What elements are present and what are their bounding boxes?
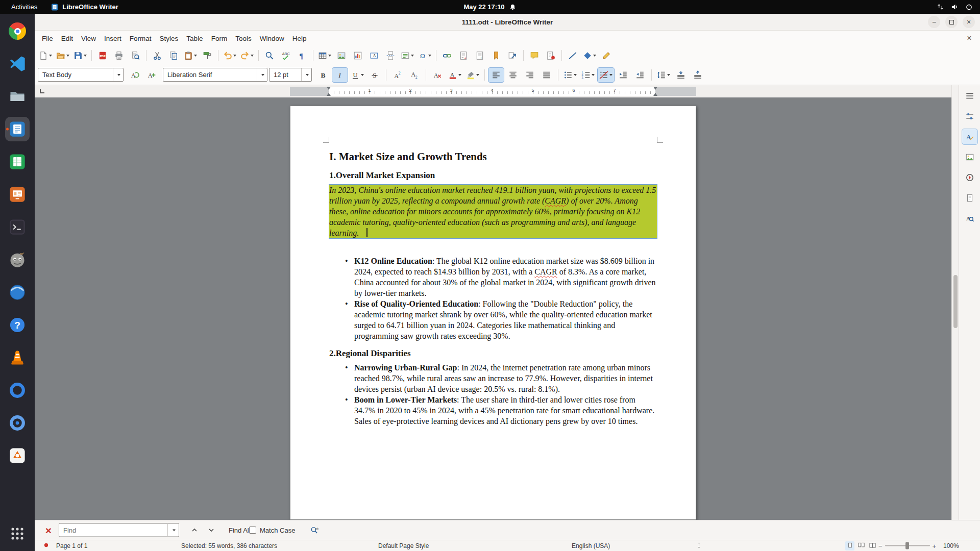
highlight-color-button[interactable]	[464, 68, 481, 82]
dock-vscode-icon[interactable]	[5, 52, 30, 76]
dock-ring-app-1-icon[interactable]	[5, 378, 30, 403]
clone-formatting-button[interactable]	[200, 48, 215, 63]
align-center-button[interactable]	[505, 68, 521, 82]
menu-file[interactable]: File	[38, 33, 57, 44]
dock-help-icon[interactable]: ?	[5, 313, 30, 337]
line-spacing-button[interactable]	[655, 68, 672, 82]
save-button[interactable]	[72, 48, 88, 63]
find-input-combo[interactable]	[59, 523, 179, 537]
menu-styles[interactable]: Styles	[156, 33, 183, 44]
menu-form[interactable]: Form	[207, 33, 232, 44]
bold-button[interactable]: B	[315, 68, 331, 82]
decrease-indent-button[interactable]	[632, 68, 648, 82]
insert-line-button[interactable]	[565, 48, 580, 63]
find-and-replace-button[interactable]: ab	[308, 523, 321, 537]
menu-view[interactable]: View	[77, 33, 100, 44]
dock-show-applications-icon[interactable]	[5, 521, 30, 546]
italic-button[interactable]: I	[332, 68, 348, 82]
menu-table[interactable]: Table	[182, 33, 207, 44]
dock-files-icon[interactable]	[5, 84, 30, 109]
strikethrough-button[interactable]: S	[367, 68, 382, 82]
print-preview-button[interactable]	[128, 48, 143, 63]
track-changes-button[interactable]	[543, 48, 558, 63]
dock-libreoffice-writer-icon[interactable]	[5, 117, 30, 141]
dropdown-caret-icon[interactable]	[66, 55, 69, 57]
insert-text-box-button[interactable]: A	[366, 48, 382, 63]
underline-button[interactable]: U	[349, 68, 365, 82]
maximize-button[interactable]	[945, 16, 958, 28]
language-status[interactable]: English (USA)	[572, 542, 610, 549]
font-size-combo[interactable]: 12 pt	[269, 68, 312, 82]
dropdown-caret-icon[interactable]	[593, 55, 596, 57]
book-view-icon[interactable]	[868, 541, 877, 550]
tab-stop-selector[interactable]	[40, 89, 44, 93]
page-style-status[interactable]: Default Page Style	[378, 542, 429, 549]
search-input[interactable]	[59, 527, 167, 534]
document-page[interactable]: I. Market Size and Growth Trends1.Overal…	[290, 106, 696, 520]
insert-field-button[interactable]	[399, 48, 415, 63]
find-history-dropdown[interactable]	[167, 524, 179, 537]
document-workspace[interactable]: I. Market Size and Growth Trends1.Overal…	[35, 97, 951, 520]
dropdown-caret-icon[interactable]	[49, 55, 52, 57]
word-count-status[interactable]: Selected: 55 words, 386 characters	[181, 542, 277, 549]
close-find-bar-button[interactable]: ×	[42, 525, 55, 536]
clear-formatting-button[interactable]: A	[430, 68, 445, 82]
properties-deck-tab[interactable]	[962, 109, 977, 124]
insert-comment-button[interactable]	[527, 48, 542, 63]
dock-terminal-icon[interactable]	[5, 215, 30, 239]
insert-table-button[interactable]	[316, 48, 333, 63]
no-list-button[interactable]	[598, 68, 614, 82]
decrease-paragraph-spacing-button[interactable]	[690, 68, 705, 82]
insert-special-character-button[interactable]: Ω	[416, 48, 433, 63]
dock-vlc-icon[interactable]	[5, 345, 30, 370]
ordered-list-button[interactable]: 1.2.3.	[580, 68, 596, 82]
paragraph-style-combo[interactable]: Text Body	[38, 68, 124, 82]
zoom-thumb[interactable]	[905, 542, 909, 549]
menu-edit[interactable]: Edit	[57, 33, 77, 44]
match-case-checkbox[interactable]	[249, 527, 256, 534]
dropdown-caret-icon[interactable]	[84, 55, 87, 57]
find-previous-button[interactable]	[188, 523, 201, 537]
navigator-deck-tab[interactable]	[962, 170, 977, 185]
vertical-scrollbar[interactable]	[951, 85, 959, 520]
dropdown-caret-icon[interactable]	[592, 74, 595, 76]
insert-bookmark-button[interactable]	[488, 48, 504, 63]
menu-tools[interactable]: Tools	[231, 33, 256, 44]
find-and-replace-button[interactable]	[262, 48, 277, 63]
paste-button[interactable]	[182, 48, 199, 63]
styles-deck-tab[interactable]: A	[962, 129, 977, 144]
new-document-button[interactable]	[37, 48, 54, 63]
insert-hyperlink-button[interactable]	[439, 48, 455, 63]
dropdown-caret-icon[interactable]	[667, 74, 670, 76]
left-indent-marker[interactable]	[327, 93, 331, 96]
right-indent-marker-top[interactable]	[653, 87, 657, 90]
insert-cross-reference-button[interactable]	[505, 48, 520, 63]
dropdown-caret-icon[interactable]	[194, 55, 197, 57]
redo-button[interactable]	[239, 48, 255, 63]
show-draw-functions-button[interactable]	[599, 48, 614, 63]
activities-button[interactable]: Activities	[8, 2, 40, 12]
unordered-list-button[interactable]	[562, 68, 578, 82]
superscript-button[interactable]: A2	[390, 68, 405, 82]
font-color-button[interactable]: A	[447, 68, 463, 82]
titlebar[interactable]: 1111.odt - LibreOffice Writer − ×	[35, 14, 980, 31]
dock-libreoffice-calc-icon[interactable]	[5, 149, 30, 174]
insert-page-break-button[interactable]	[383, 48, 398, 63]
insert-chart-button[interactable]	[350, 48, 365, 63]
increase-indent-button[interactable]	[616, 68, 631, 82]
dock-ring-app-2-icon[interactable]	[5, 411, 30, 435]
menu-help[interactable]: Help	[288, 33, 311, 44]
dock-chrome-icon[interactable]	[5, 19, 30, 43]
font-name-dropdown[interactable]	[257, 68, 267, 81]
insert-image-button[interactable]	[334, 48, 349, 63]
font-size-dropdown[interactable]	[301, 68, 311, 81]
zoom-track[interactable]	[885, 545, 930, 546]
find-next-button[interactable]	[205, 523, 218, 537]
document-modified-icon[interactable]	[43, 542, 50, 550]
subscript-button[interactable]: A2	[407, 68, 422, 82]
align-left-button[interactable]	[488, 68, 504, 82]
sidebar-menu-tab[interactable]	[962, 88, 977, 104]
new-style-button[interactable]: A	[144, 68, 159, 82]
dock-libreoffice-impress-icon[interactable]	[5, 182, 30, 207]
undo-button[interactable]	[222, 48, 238, 63]
